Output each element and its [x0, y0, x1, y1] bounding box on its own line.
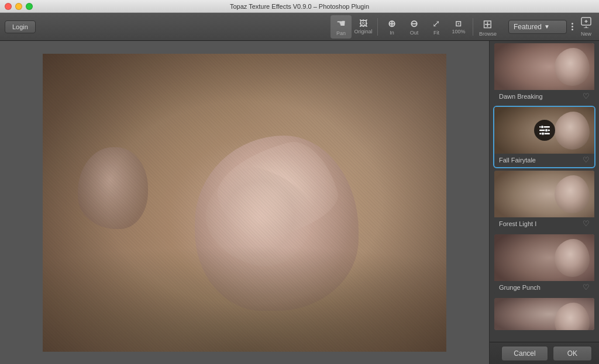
- zoom-in-label: In: [390, 30, 394, 36]
- ok-button[interactable]: OK: [553, 346, 592, 361]
- preset-thumbnail-fall: [494, 107, 594, 154]
- dropdown-arrow-icon: ▼: [544, 23, 562, 30]
- minimize-button[interactable]: [15, 3, 22, 10]
- preset-thumbnail-forest: [494, 171, 594, 217]
- canvas-area[interactable]: [0, 41, 489, 364]
- favorite-grunge-icon[interactable]: ♡: [583, 283, 590, 292]
- preset-footer-grunge: Grunge Punch ♡: [494, 281, 594, 294]
- preset-item-grunge-punch[interactable]: Grunge Punch ♡: [494, 234, 594, 294]
- preset-footer-dawn: Dawn Breaking ♡: [494, 90, 594, 103]
- more-dot-2: [572, 26, 573, 27]
- thumbnail-rose-forest: [555, 175, 590, 213]
- preset-name-forest: Forest Light I: [499, 220, 536, 227]
- browse-icon: ⊞: [483, 17, 493, 31]
- more-dot-1: [572, 23, 573, 25]
- settings-overlay-icon: [534, 120, 555, 141]
- preset-name-fall: Fall Fairytale: [499, 157, 536, 164]
- fit-tool[interactable]: ⤢ Fit: [426, 15, 447, 39]
- preset-footer-fall: Fall Fairytale ♡: [494, 154, 594, 167]
- preset-list[interactable]: Dawn Breaking ♡: [490, 41, 599, 342]
- favorite-forest-icon[interactable]: ♡: [583, 219, 590, 228]
- favorite-dawn-icon[interactable]: ♡: [583, 92, 590, 100]
- zoom-100-icon: ⊡: [455, 19, 462, 28]
- preset-footer-forest: Forest Light I ♡: [494, 217, 594, 231]
- zoom-out-icon: ⊖: [410, 18, 418, 29]
- divider2: [473, 18, 473, 36]
- preset-item-fall-fairytale[interactable]: Fall Fairytale ♡: [494, 107, 594, 167]
- new-label: New: [581, 31, 591, 37]
- svg-point-9: [545, 129, 548, 132]
- cancel-button[interactable]: Cancel: [501, 346, 548, 361]
- thumbnail-rose-5: [555, 303, 590, 330]
- thumbnail-rose-grunge: [555, 239, 590, 277]
- thumbnail-rose-dawn: [555, 48, 590, 86]
- tool-group: ☚ Pan 🖼 Original ⊕ In ⊖ Out ⤢ Fit ⊡ 100%: [331, 15, 499, 39]
- pan-icon: ☚: [336, 17, 346, 30]
- svg-point-8: [541, 126, 543, 129]
- zoom-100-label: 100%: [452, 29, 465, 34]
- title-bar: Topaz Texture Effects V0.9.0 – Photoshop…: [0, 0, 599, 13]
- featured-dropdown[interactable]: Featured ▼: [508, 20, 567, 34]
- original-label: Original: [354, 29, 372, 34]
- preset-item-dawn-breaking[interactable]: Dawn Breaking ♡: [494, 43, 594, 103]
- more-options-button[interactable]: [569, 20, 576, 33]
- fit-icon: ⤢: [432, 18, 440, 29]
- toolbar: Login ☚ Pan 🖼 Original ⊕ In ⊖ Out ⤢ Fit: [0, 13, 599, 41]
- browse-tool[interactable]: ⊞ Browse: [477, 17, 499, 37]
- original-icon: 🖼: [359, 19, 367, 28]
- svg-point-10: [541, 132, 544, 135]
- browse-label: Browse: [479, 31, 497, 37]
- pan-label: Pan: [336, 30, 346, 36]
- maximize-button[interactable]: [26, 3, 33, 10]
- close-button[interactable]: [5, 3, 12, 10]
- preset-thumbnail-5: [494, 298, 594, 330]
- pan-tool[interactable]: ☚ Pan: [331, 15, 352, 39]
- preset-thumbnail-grunge: [494, 234, 594, 281]
- traffic-lights: [5, 3, 33, 10]
- window-title: Topaz Texture Effects V0.9.0 – Photoshop…: [230, 3, 369, 10]
- divider: [377, 18, 378, 36]
- zoom-in-tool[interactable]: ⊕ In: [381, 15, 402, 39]
- more-dot-3: [572, 29, 573, 30]
- favorite-fall-icon[interactable]: ♡: [583, 155, 590, 164]
- new-button[interactable]: New: [578, 16, 594, 37]
- thumbnail-rose-fall: [555, 112, 590, 150]
- main-content: Dawn Breaking ♡: [0, 41, 599, 364]
- zoom-100-tool[interactable]: ⊡ 100%: [448, 15, 469, 39]
- bottom-bar: Cancel OK: [490, 342, 599, 364]
- preset-thumbnail-dawn: [494, 43, 594, 90]
- zoom-out-tool[interactable]: ⊖ Out: [404, 15, 425, 39]
- original-tool[interactable]: 🖼 Original: [353, 15, 374, 39]
- zoom-in-icon: ⊕: [388, 18, 395, 29]
- canvas-image: [43, 54, 446, 352]
- preset-item-forest-light[interactable]: Forest Light I ♡: [494, 171, 594, 231]
- fit-label: Fit: [433, 30, 439, 36]
- featured-label: Featured: [514, 23, 542, 31]
- preset-name-grunge: Grunge Punch: [499, 284, 541, 291]
- sidebar: Dawn Breaking ♡: [489, 41, 599, 364]
- preset-name-dawn: Dawn Breaking: [499, 93, 543, 100]
- zoom-out-label: Out: [410, 30, 419, 36]
- preset-item-5[interactable]: [494, 298, 594, 330]
- vignette: [43, 54, 446, 352]
- login-button[interactable]: Login: [5, 20, 36, 33]
- new-icon: [580, 16, 592, 31]
